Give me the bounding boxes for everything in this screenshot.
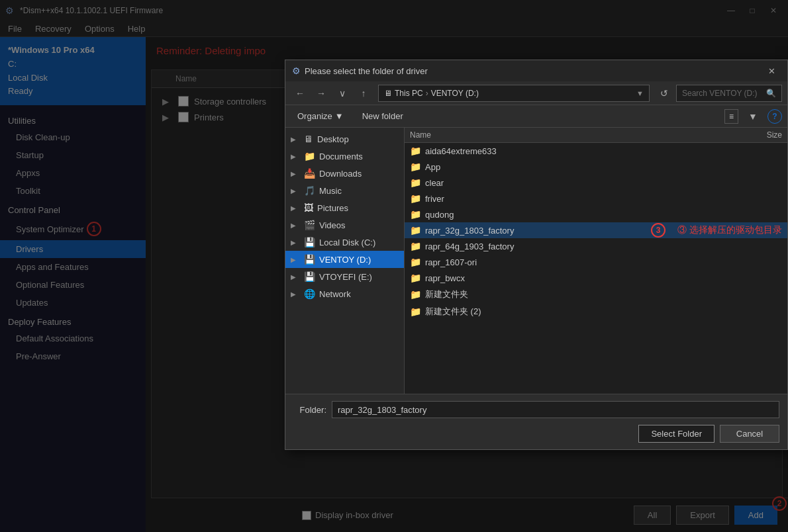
vtoyefi-icon: 💾 bbox=[304, 271, 315, 282]
file-row-clear[interactable]: 📁 clear bbox=[405, 175, 787, 191]
dialog-close-button[interactable]: ✕ bbox=[762, 62, 781, 80]
down-button[interactable]: ∨ bbox=[333, 84, 352, 103]
tree-arrow: ▶ bbox=[291, 239, 301, 246]
folder-input[interactable] bbox=[332, 401, 779, 418]
dialog-icon: ⚙ bbox=[292, 66, 301, 76]
network-icon: 🌐 bbox=[304, 288, 315, 299]
tree-arrow: ▶ bbox=[291, 153, 301, 160]
videos-icon: 🎬 bbox=[304, 220, 315, 230]
folder-icon: 📁 bbox=[410, 306, 421, 317]
tree-network[interactable]: ▶ 🌐 Network bbox=[285, 285, 404, 302]
file-dialog: ⚙ Please select the folder of driver ✕ ←… bbox=[285, 60, 788, 450]
new-folder-button[interactable]: New folder bbox=[356, 109, 410, 123]
file-row-friver[interactable]: 📁 friver bbox=[405, 191, 787, 206]
tree-arrow: ▶ bbox=[291, 256, 301, 263]
search-placeholder: Search VENTOY (D:) bbox=[682, 89, 766, 98]
tree-ventoy[interactable]: ▶ 💾 VENTOY (D:) bbox=[285, 251, 404, 268]
file-row-aida[interactable]: 📁 aida64extreme633 bbox=[405, 143, 787, 159]
breadcrumb-bar[interactable]: 🖥 This PC › VENTOY (D:) ▼ bbox=[378, 85, 650, 102]
file-panel: Name Size 📁 aida64extreme633 📁 App 📁 cle… bbox=[405, 128, 787, 394]
file-row-new1[interactable]: 📁 新建文件夹 bbox=[405, 286, 787, 303]
folder-icon: 📁 bbox=[410, 225, 421, 236]
tree-arrow: ▶ bbox=[291, 187, 301, 195]
search-icon[interactable]: 🔍 bbox=[766, 89, 776, 98]
tree-desktop[interactable]: ▶ 🖥 Desktop bbox=[285, 130, 404, 148]
file-row-new2[interactable]: 📁 新建文件夹 (2) bbox=[405, 303, 787, 320]
tree-music[interactable]: ▶ 🎵 Music bbox=[285, 182, 404, 199]
file-row-app[interactable]: 📁 App bbox=[405, 159, 787, 175]
tree-arrow: ▶ bbox=[291, 222, 301, 229]
dialog-bottom: Folder: Select Folder Cancel bbox=[285, 394, 787, 449]
refresh-button[interactable]: ↺ bbox=[655, 84, 673, 103]
annotation-badge-3: 3 bbox=[651, 223, 665, 238]
folder-icon: 📁 bbox=[410, 209, 421, 220]
file-row-qudong[interactable]: 📁 qudong bbox=[405, 206, 787, 222]
breadcrumb-icon: 🖥 bbox=[384, 89, 392, 98]
dialog-tools-bar: Organize ▼ New folder ≡ ▼ ? bbox=[285, 105, 787, 128]
tree-arrow: ▶ bbox=[291, 170, 301, 177]
tree-local-disk[interactable]: ▶ 💾 Local Disk (C:) bbox=[285, 234, 404, 251]
view-button[interactable]: ≡ bbox=[724, 109, 738, 124]
folder-icon: 📁 bbox=[410, 146, 421, 156]
dialog-title: Please select the folder of driver bbox=[305, 66, 762, 76]
dialog-toolbar: ← → ∨ ↑ 🖥 This PC › VENTOY (D:) ▼ ↺ Sear… bbox=[285, 81, 787, 105]
folder-icon: 📁 bbox=[410, 273, 421, 283]
col-name-header: Name bbox=[410, 130, 729, 140]
view-options-button[interactable]: ▼ bbox=[744, 107, 762, 126]
pictures-icon: 🖼 bbox=[304, 202, 313, 213]
tree-panel: ▶ 🖥 Desktop ▶ 📁 Documents ▶ 📥 Downloads … bbox=[285, 128, 405, 394]
col-size-header: Size bbox=[729, 130, 782, 140]
organize-button[interactable]: Organize ▼ bbox=[291, 109, 350, 123]
tree-arrow: ▶ bbox=[291, 136, 301, 143]
ventoy-icon: 💾 bbox=[304, 254, 315, 265]
folder-icon: 📁 bbox=[410, 257, 421, 267]
folder-icon: 📁 bbox=[410, 177, 421, 188]
file-row-rapr64[interactable]: 📁 rapr_64g_1903_factory bbox=[405, 238, 787, 254]
file-row-raprbwcx[interactable]: 📁 rapr_bwcx bbox=[405, 270, 787, 286]
help-button[interactable]: ? bbox=[767, 109, 782, 124]
tree-documents[interactable]: ▶ 📁 Documents bbox=[285, 148, 404, 165]
breadcrumb-ventoy[interactable]: VENTOY (D:) bbox=[431, 89, 479, 98]
cancel-button[interactable]: Cancel bbox=[720, 425, 779, 443]
annotation-text: ③ 选择解压的驱动包目录 bbox=[677, 224, 782, 236]
breadcrumb-sep: › bbox=[426, 89, 428, 98]
file-row-rapr32[interactable]: 📁 rapr_32g_1803_factory 3 ③ 选择解压的驱动包目录 bbox=[405, 222, 787, 238]
downloads-icon: 📥 bbox=[304, 168, 315, 179]
folder-icon: 📁 bbox=[410, 193, 421, 204]
dialog-title-bar: ⚙ Please select the folder of driver ✕ bbox=[285, 60, 787, 81]
tree-arrow: ▶ bbox=[291, 290, 301, 298]
desktop-icon: 🖥 bbox=[304, 134, 313, 144]
dialog-content: ▶ 🖥 Desktop ▶ 📁 Documents ▶ 📥 Downloads … bbox=[285, 128, 787, 394]
back-button[interactable]: ← bbox=[291, 84, 309, 103]
file-row-rapr1607[interactable]: 📁 rapr_1607-ori bbox=[405, 254, 787, 270]
folder-icon: 📁 bbox=[410, 289, 421, 300]
folder-row: Folder: bbox=[293, 401, 779, 418]
forward-button[interactable]: → bbox=[312, 84, 330, 103]
select-folder-button[interactable]: Select Folder bbox=[638, 425, 714, 443]
folder-icon: 📁 bbox=[410, 241, 421, 251]
up-button[interactable]: ↑ bbox=[354, 84, 373, 103]
local-disk-icon: 💾 bbox=[304, 237, 315, 247]
search-bar[interactable]: Search VENTOY (D:) 🔍 bbox=[676, 85, 782, 102]
file-list-header: Name Size bbox=[405, 128, 787, 143]
tree-videos[interactable]: ▶ 🎬 Videos bbox=[285, 216, 404, 234]
folder-label: Folder: bbox=[293, 405, 326, 415]
tree-arrow: ▶ bbox=[291, 204, 301, 212]
tree-downloads[interactable]: ▶ 📥 Downloads bbox=[285, 165, 404, 182]
dialog-actions: Select Folder Cancel bbox=[293, 425, 779, 443]
documents-icon: 📁 bbox=[304, 151, 315, 161]
tree-pictures[interactable]: ▶ 🖼 Pictures bbox=[285, 199, 404, 216]
breadcrumb-thispc[interactable]: This PC bbox=[395, 89, 423, 98]
tree-arrow: ▶ bbox=[291, 273, 301, 281]
organize-arrow: ▼ bbox=[335, 111, 344, 121]
folder-icon: 📁 bbox=[410, 161, 421, 172]
tree-vtoyefi[interactable]: ▶ 💾 VTOYEFI (E:) bbox=[285, 268, 404, 285]
music-icon: 🎵 bbox=[304, 185, 315, 196]
